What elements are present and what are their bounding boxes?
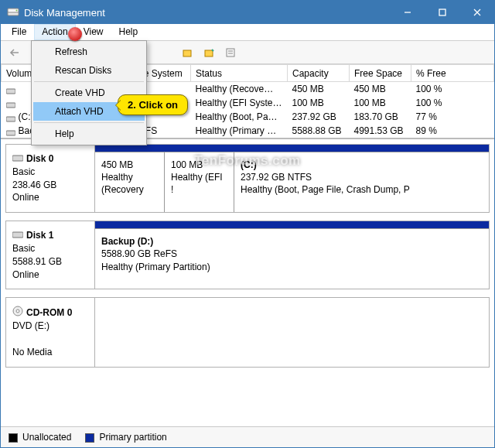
partition[interactable]: 450 MBHealthy (Recovery: [95, 152, 165, 212]
window-title: Disk Management: [24, 7, 390, 19]
svg-rect-12: [6, 89, 15, 94]
svg-point-19: [16, 309, 19, 313]
partition[interactable]: (C:)237.92 GB NTFSHealthy (Boot, Page Fi…: [234, 152, 489, 212]
annotation-callout: 2. Click on: [118, 94, 188, 115]
svg-rect-14: [6, 117, 15, 121]
col-capacity[interactable]: Capacity: [288, 65, 350, 82]
annotation-marker-1: [68, 27, 82, 41]
legend: Unallocated Primary partition: [1, 426, 494, 447]
svg-rect-13: [6, 103, 15, 108]
menu-rescan-disks[interactable]: Rescan Disks: [33, 61, 145, 80]
svg-rect-8: [205, 50, 213, 56]
svg-point-2: [16, 10, 18, 12]
action-menu-dropdown: Refresh Rescan Disks Create VHD Attach V…: [31, 40, 147, 145]
back-button[interactable]: [5, 43, 24, 62]
legend-primary: Primary partition: [85, 432, 166, 443]
menu-sep: [34, 81, 144, 82]
properties-icon[interactable]: [221, 43, 240, 62]
legend-unallocated: Unallocated: [9, 432, 71, 443]
col-pctfree[interactable]: % Free: [411, 65, 494, 82]
disk-row[interactable]: Disk 0Basic238.46 GBOnline450 MBHealthy …: [5, 144, 490, 213]
svg-rect-15: [6, 131, 15, 135]
partition[interactable]: Backup (D:)5588.90 GB ReFSHealthy (Prima…: [95, 229, 489, 289]
menu-file[interactable]: File: [4, 24, 34, 40]
col-free[interactable]: Free Space: [350, 65, 411, 82]
menu-sep: [34, 122, 144, 123]
svg-rect-17: [12, 232, 23, 238]
refresh-icon[interactable]: [178, 43, 196, 62]
minimize-button[interactable]: [390, 1, 425, 24]
partition[interactable]: 100 MBHealthy (EFI !: [165, 152, 234, 212]
titlebar: Disk Management: [1, 1, 494, 24]
app-icon: [7, 6, 19, 19]
disk-map: Disk 0Basic238.46 GBOnline450 MBHealthy …: [1, 139, 494, 426]
svg-rect-4: [439, 9, 446, 15]
close-button[interactable]: [459, 1, 494, 24]
menu-help[interactable]: Help: [33, 125, 145, 143]
disk-row[interactable]: Disk 1Basic5588.91 GBOnlineBackup (D:)55…: [5, 221, 490, 289]
menu-help[interactable]: Help: [111, 24, 146, 40]
svg-rect-16: [12, 156, 23, 161]
maximize-button[interactable]: [425, 1, 459, 24]
connect-icon[interactable]: [200, 43, 218, 62]
svg-rect-7: [183, 50, 191, 56]
col-status[interactable]: Status: [191, 65, 288, 82]
svg-rect-9: [227, 49, 234, 56]
disk-row[interactable]: CD-ROM 0DVD (E:) No Media: [5, 297, 490, 367]
menu-refresh[interactable]: Refresh: [33, 43, 145, 61]
